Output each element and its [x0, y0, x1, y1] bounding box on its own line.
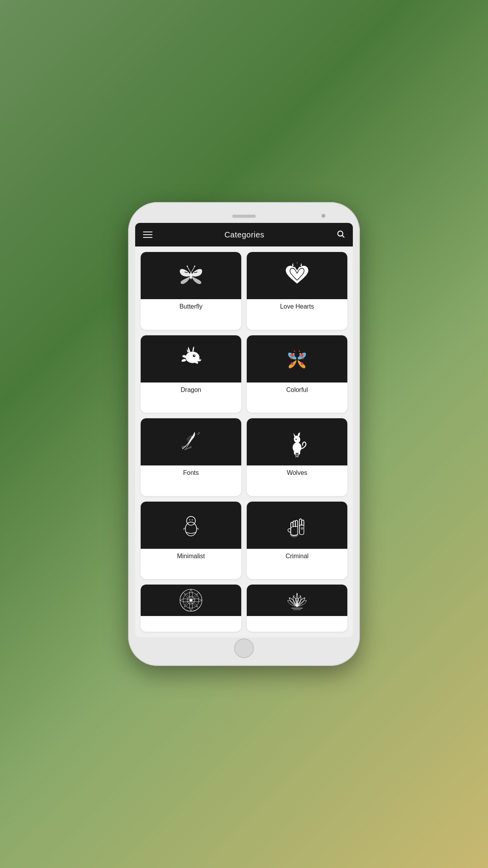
- phone-speaker: [232, 215, 256, 218]
- category-card-fonts[interactable]: free yourself Fonts: [141, 418, 241, 496]
- category-label-minimalist: Minimalist: [141, 549, 241, 564]
- svg-point-27: [198, 434, 198, 434]
- svg-point-15: [293, 353, 294, 354]
- svg-rect-33: [298, 451, 300, 455]
- page-title: Categories: [224, 230, 264, 239]
- svg-point-44: [192, 519, 193, 520]
- phone-frame: Categories: [128, 202, 360, 666]
- category-label-wolves: Wolves: [247, 465, 347, 480]
- svg-line-40: [298, 456, 299, 458]
- svg-point-4: [194, 265, 195, 267]
- svg-point-16: [299, 353, 301, 354]
- category-image-criminal: [247, 502, 347, 549]
- svg-point-42: [187, 516, 195, 525]
- category-label-love-hearts: Love Hearts: [247, 299, 347, 314]
- phone-home-button[interactable]: [234, 638, 254, 658]
- svg-point-17: [295, 356, 295, 357]
- phone-top-bar: [135, 209, 353, 223]
- svg-point-28: [199, 433, 200, 433]
- svg-point-13: [291, 362, 293, 364]
- category-card-wolves[interactable]: Wolves: [247, 418, 347, 496]
- svg-point-2: [190, 272, 192, 279]
- svg-point-5: [185, 351, 199, 363]
- svg-point-14: [301, 362, 303, 364]
- category-image-lotus: [247, 585, 347, 616]
- svg-point-11: [290, 357, 292, 359]
- category-image-butterfly: [141, 252, 241, 299]
- phone-camera: [321, 214, 325, 218]
- category-card-dragon[interactable]: Dragon: [141, 335, 241, 413]
- svg-point-54: [300, 596, 301, 596]
- category-card-mandala[interactable]: [141, 585, 241, 632]
- category-label-colorful: Colorful: [247, 383, 347, 397]
- phone-screen: Categories: [135, 223, 353, 637]
- category-card-minimalist[interactable]: Minimalist: [141, 502, 241, 579]
- phone-bottom-bar: [135, 637, 353, 659]
- svg-point-0: [338, 231, 343, 236]
- svg-point-23: [294, 350, 295, 351]
- svg-rect-32: [294, 451, 296, 455]
- svg-point-29: [198, 432, 199, 432]
- category-image-wolves: [247, 418, 347, 465]
- svg-point-8: [200, 359, 200, 360]
- category-card-butterfly[interactable]: Butterfly: [141, 252, 241, 330]
- svg-point-53: [294, 596, 294, 596]
- category-card-love-hearts[interactable]: Love Hearts: [247, 252, 347, 330]
- svg-point-30: [293, 443, 301, 453]
- svg-point-41: [185, 522, 197, 536]
- svg-point-19: [296, 355, 298, 362]
- svg-point-12: [302, 357, 304, 359]
- category-image-fonts: free yourself: [141, 418, 241, 465]
- category-card-criminal[interactable]: Criminal: [247, 502, 347, 579]
- menu-button[interactable]: [143, 232, 152, 238]
- svg-point-24: [299, 350, 300, 351]
- svg-point-20: [296, 353, 298, 355]
- category-image-minimalist: [141, 502, 241, 549]
- menu-line-2: [143, 234, 152, 235]
- svg-point-18: [299, 356, 299, 357]
- categories-grid: Butterfly: [135, 246, 353, 637]
- svg-line-38: [295, 456, 296, 458]
- category-label-dragon: Dragon: [141, 383, 241, 397]
- search-button[interactable]: [336, 230, 345, 240]
- svg-point-34: [295, 439, 297, 440]
- svg-point-52: [296, 594, 297, 595]
- category-card-lotus[interactable]: [247, 585, 347, 632]
- svg-point-3: [187, 265, 188, 267]
- category-label-fonts: Fonts: [141, 465, 241, 480]
- category-image-love-hearts: [247, 252, 347, 299]
- svg-point-43: [189, 519, 190, 520]
- category-label-butterfly: Butterfly: [141, 299, 241, 314]
- category-image-mandala: [141, 585, 241, 616]
- category-image-colorful: [247, 335, 347, 383]
- category-label-criminal: Criminal: [247, 549, 347, 564]
- svg-point-7: [194, 355, 195, 356]
- menu-line-1: [143, 232, 152, 232]
- svg-line-1: [342, 235, 344, 237]
- app-header: Categories: [135, 223, 353, 246]
- category-image-dragon: [141, 335, 241, 383]
- menu-line-3: [143, 237, 152, 238]
- category-card-colorful[interactable]: Colorful: [247, 335, 347, 413]
